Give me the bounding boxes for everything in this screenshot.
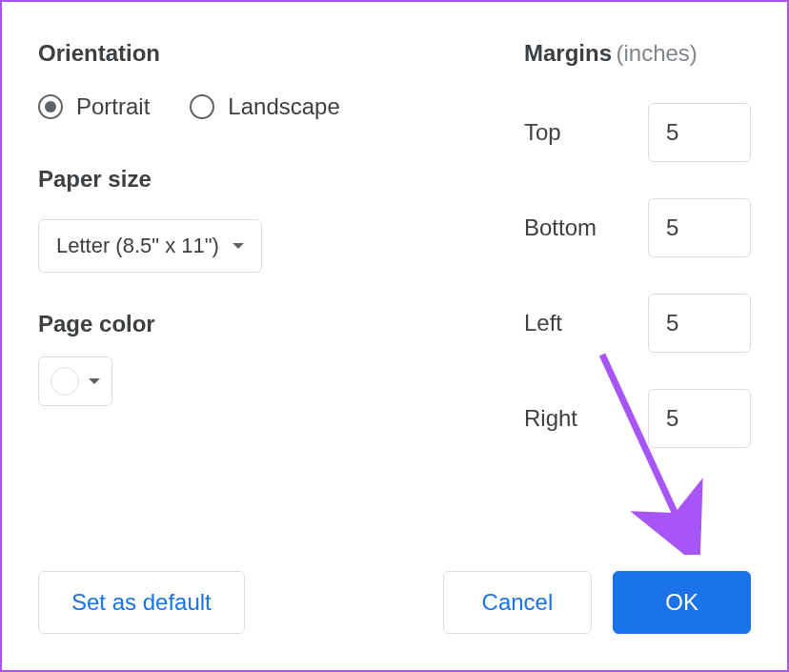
radio-label: Landscape xyxy=(228,93,339,120)
right-column: Margins (inches) Top Bottom Left Right xyxy=(524,40,751,448)
orientation-label: Orientation xyxy=(38,40,486,67)
margin-left-input[interactable] xyxy=(648,294,751,353)
color-swatch-icon xyxy=(51,367,79,396)
radio-selected-icon xyxy=(38,94,63,119)
margins-label: Margins xyxy=(524,40,612,66)
ok-button[interactable]: OK xyxy=(613,571,751,634)
radio-unselected-icon xyxy=(190,94,214,119)
margin-top-input[interactable] xyxy=(648,103,751,162)
margins-heading: Margins (inches) xyxy=(524,40,751,67)
paper-size-value: Letter (8.5" x 11") xyxy=(56,234,219,258)
orientation-radio-group: Portrait Landscape xyxy=(38,93,486,120)
orientation-portrait-radio[interactable]: Portrait xyxy=(38,93,150,120)
margin-left-label: Left xyxy=(524,310,562,336)
orientation-landscape-radio[interactable]: Landscape xyxy=(190,93,339,120)
paper-size-dropdown[interactable]: Letter (8.5" x 11") xyxy=(38,219,262,273)
margin-bottom-input[interactable] xyxy=(648,198,751,257)
page-color-dropdown[interactable] xyxy=(38,356,112,406)
margins-unit: (inches) xyxy=(616,40,697,66)
margin-right-label: Right xyxy=(524,405,577,432)
margin-left-row: Left xyxy=(524,294,751,353)
set-default-button[interactable]: Set as default xyxy=(38,571,245,634)
chevron-down-icon xyxy=(233,243,244,249)
margin-bottom-label: Bottom xyxy=(524,214,597,241)
left-column: Orientation Portrait Landscape Paper siz… xyxy=(38,40,486,448)
margin-top-row: Top xyxy=(524,103,751,162)
margin-right-row: Right xyxy=(524,389,751,448)
margin-bottom-row: Bottom xyxy=(524,198,751,257)
chevron-down-icon xyxy=(89,378,100,384)
radio-label: Portrait xyxy=(76,93,150,120)
page-setup-dialog: Orientation Portrait Landscape Paper siz… xyxy=(0,0,789,672)
cancel-button[interactable]: Cancel xyxy=(443,571,593,634)
dialog-button-row: Set as default Cancel OK xyxy=(38,571,751,634)
margin-top-label: Top xyxy=(524,119,561,146)
paper-size-label: Paper size xyxy=(38,166,486,193)
page-color-label: Page color xyxy=(38,311,486,337)
margin-right-input[interactable] xyxy=(648,389,751,448)
